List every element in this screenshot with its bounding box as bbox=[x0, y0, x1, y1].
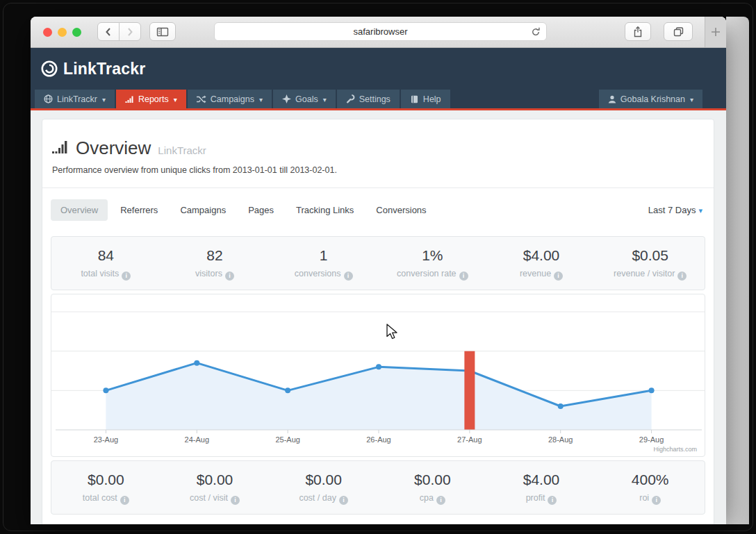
info-icon[interactable] bbox=[652, 496, 661, 505]
share-icon bbox=[632, 26, 643, 38]
stats-panel-bottom: $0.00 total cost $0.00 cost / visit $0.0… bbox=[51, 460, 705, 515]
stat-label: revenue / visitor bbox=[614, 269, 675, 278]
forward-button[interactable] bbox=[119, 22, 141, 41]
info-icon[interactable] bbox=[120, 496, 129, 505]
info-icon[interactable] bbox=[548, 496, 557, 505]
page-title-suffix: LinkTrackr bbox=[158, 144, 206, 156]
info-icon[interactable] bbox=[339, 496, 348, 505]
info-icon[interactable] bbox=[225, 272, 234, 281]
browser-titlebar: safaribrowser bbox=[31, 17, 726, 48]
info-icon[interactable] bbox=[677, 272, 687, 281]
tab-overview-button[interactable] bbox=[664, 22, 693, 41]
nav-label: Settings bbox=[359, 94, 391, 104]
visits-chart[interactable]: 23-Aug24-Aug25-Aug26-Aug27-Aug28-Aug29-A… bbox=[51, 296, 705, 456]
background-window-edge bbox=[726, 17, 749, 524]
stat-value: $0.00 bbox=[378, 472, 487, 488]
app-logo[interactable]: LinkTrackr bbox=[40, 60, 145, 78]
share-button[interactable] bbox=[625, 22, 651, 41]
close-window-button[interactable] bbox=[43, 28, 52, 37]
stat-value: $4.00 bbox=[487, 247, 596, 264]
traffic-lights bbox=[43, 28, 81, 37]
stats-panel-top: 84 total visits 82 visitors 1 conversion… bbox=[51, 236, 705, 290]
user-name: Gobala Krishnan bbox=[621, 94, 685, 104]
stat-value: 1 bbox=[269, 247, 378, 264]
nav-label: Help bbox=[423, 94, 441, 104]
info-icon[interactable] bbox=[231, 496, 240, 505]
info-icon[interactable] bbox=[436, 496, 445, 505]
nav-label: Goals bbox=[295, 94, 318, 104]
stat-conversion-rate: 1% conversion rate bbox=[378, 247, 487, 281]
content-card: Overview LinkTrackr Performance overview… bbox=[42, 119, 714, 524]
stat-total-visits: 84 total visits bbox=[51, 247, 161, 281]
info-icon[interactable] bbox=[122, 272, 131, 281]
nav-item-linktrackr[interactable]: LinkTrackr bbox=[35, 90, 115, 108]
address-bar[interactable]: safaribrowser bbox=[214, 22, 547, 41]
minimize-window-button[interactable] bbox=[58, 28, 67, 37]
report-tabs: Overview Referrers Campaigns Pages Track… bbox=[51, 199, 705, 221]
tab-conversions[interactable]: Conversions bbox=[366, 199, 436, 221]
date-range-selector[interactable]: Last 7 Days bbox=[648, 205, 705, 215]
back-button[interactable] bbox=[97, 22, 120, 41]
tab-referrers[interactable]: Referrers bbox=[110, 199, 167, 221]
svg-text:27-Aug: 27-Aug bbox=[457, 435, 482, 444]
browser-window: safaribrowser bbox=[31, 17, 726, 524]
brand-name: LinkTrackr bbox=[63, 60, 145, 78]
svg-text:29-Aug: 29-Aug bbox=[639, 435, 664, 444]
stat-visitors: 82 visitors bbox=[161, 247, 270, 281]
tab-pages[interactable]: Pages bbox=[238, 199, 284, 221]
page-header: Overview LinkTrackr Performance overview… bbox=[51, 119, 705, 175]
tab-tracking-links[interactable]: Tracking Links bbox=[286, 199, 363, 221]
stat-total-cost: $0.00 total cost bbox=[51, 472, 161, 505]
info-icon[interactable] bbox=[459, 272, 468, 281]
date-range-label: Last 7 Days bbox=[648, 205, 696, 215]
page-subtitle: Performance overview from unique clicks … bbox=[52, 165, 704, 175]
nav-label: LinkTrackr bbox=[57, 94, 97, 104]
stat-cost-per-visit: $0.00 cost / visit bbox=[161, 472, 270, 505]
plus-icon bbox=[709, 26, 722, 38]
stat-cpa: $0.00 cpa bbox=[378, 472, 487, 505]
zoom-window-button[interactable] bbox=[72, 28, 81, 37]
tab-campaigns[interactable]: Campaigns bbox=[170, 199, 236, 221]
caret-down-icon bbox=[173, 94, 177, 104]
nav-item-help[interactable]: Help bbox=[401, 90, 450, 108]
caret-down-icon bbox=[322, 94, 327, 104]
svg-text:26-Aug: 26-Aug bbox=[366, 435, 391, 444]
linktrackr-logo-icon bbox=[40, 60, 58, 78]
nav-item-settings[interactable]: Settings bbox=[337, 90, 400, 108]
nav-item-campaigns[interactable]: Campaigns bbox=[188, 90, 272, 108]
svg-text:23-Aug: 23-Aug bbox=[94, 435, 118, 444]
globe-icon bbox=[44, 94, 53, 103]
help-book-icon bbox=[410, 95, 419, 103]
stat-value: $0.00 bbox=[161, 472, 270, 488]
svg-text:Highcharts.com: Highcharts.com bbox=[653, 446, 697, 453]
stat-label: cpa bbox=[420, 493, 434, 503]
shuffle-icon bbox=[197, 95, 206, 103]
page-title: Overview bbox=[76, 137, 151, 159]
bar-chart-icon bbox=[125, 95, 134, 103]
stat-label: visitors bbox=[195, 269, 222, 278]
nav-item-goals[interactable]: Goals bbox=[273, 90, 336, 108]
reload-icon bbox=[530, 26, 541, 37]
signal-bars-icon bbox=[52, 140, 69, 154]
stat-value: 84 bbox=[51, 247, 161, 264]
reload-button[interactable] bbox=[530, 26, 541, 40]
stat-value: $4.00 bbox=[487, 472, 596, 488]
wrench-icon bbox=[346, 94, 355, 103]
stat-revenue-per-visitor: $0.05 revenue / visitor bbox=[595, 247, 705, 281]
stat-value: 1% bbox=[378, 247, 487, 264]
nav-item-reports[interactable]: Reports bbox=[116, 90, 186, 108]
user-menu[interactable]: Gobala Krishnan bbox=[599, 90, 702, 108]
new-tab-button[interactable] bbox=[705, 17, 726, 47]
info-icon[interactable] bbox=[554, 272, 563, 281]
history-nav-group bbox=[97, 22, 141, 41]
caret-down-icon bbox=[689, 94, 693, 104]
stat-conversions: 1 conversions bbox=[269, 247, 378, 281]
sidebar-toggle-button[interactable] bbox=[149, 22, 176, 41]
tab-overview[interactable]: Overview bbox=[51, 199, 108, 221]
stat-cost-per-day: $0.00 cost / day bbox=[269, 472, 378, 505]
stat-label: total cost bbox=[83, 493, 117, 503]
chart-panel: 23-Aug24-Aug25-Aug26-Aug27-Aug28-Aug29-A… bbox=[51, 294, 705, 457]
stat-value: $0.00 bbox=[51, 472, 161, 488]
info-icon[interactable] bbox=[344, 272, 353, 281]
stat-value: $0.00 bbox=[269, 472, 378, 488]
